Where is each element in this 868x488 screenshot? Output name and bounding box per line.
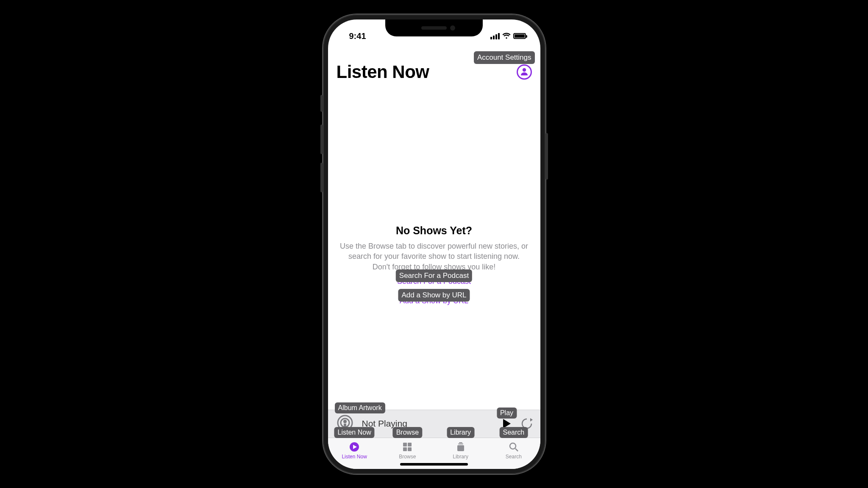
svg-rect-8 <box>408 447 412 451</box>
tooltip-play: Play <box>497 408 517 419</box>
battery-icon <box>513 33 526 39</box>
tooltip-tab-browse: Browse <box>393 427 422 438</box>
clock: 9:41 <box>349 31 366 41</box>
svg-rect-9 <box>457 445 464 451</box>
svg-rect-11 <box>459 442 462 443</box>
play-circle-icon <box>349 441 359 452</box>
screen: 9:41 Listen Now Account Settings <box>328 19 540 469</box>
now-playing-status: Not Playing <box>362 419 495 429</box>
person-circle-icon <box>519 66 529 78</box>
tooltip-add-url: Add a Show by URL <box>398 289 470 302</box>
tab-label: Search <box>506 454 522 460</box>
svg-rect-7 <box>403 447 407 451</box>
svg-point-12 <box>510 443 516 449</box>
tab-label: Listen Now <box>342 454 367 460</box>
tab-library[interactable]: Library Library <box>434 438 487 463</box>
status-icons <box>490 33 526 39</box>
svg-point-3 <box>343 420 347 423</box>
home-indicator[interactable] <box>400 463 468 466</box>
grid-icon <box>402 441 412 452</box>
tooltip-album-artwork: Album Artwork <box>335 402 385 413</box>
cellular-signal-icon <box>490 33 500 39</box>
library-icon <box>456 441 466 452</box>
search-icon <box>509 441 519 452</box>
device-frame: 9:41 Listen Now Account Settings <box>323 14 545 474</box>
page-title: Listen Now <box>337 62 429 82</box>
empty-state-title: No Shows Yet? <box>339 225 529 237</box>
tab-label: Library <box>453 454 468 460</box>
svg-line-13 <box>515 449 518 451</box>
svg-rect-6 <box>408 443 412 446</box>
tab-listen-now[interactable]: Listen Now Listen Now <box>328 438 381 463</box>
tab-browse[interactable]: Browse Browse <box>381 438 434 463</box>
tooltip-account-settings: Account Settings <box>474 51 535 64</box>
tooltip-tab-search: Search <box>500 427 528 438</box>
header: Listen Now Account Settings <box>328 62 540 82</box>
tooltip-tab-library: Library <box>447 427 474 438</box>
empty-state-body: Use the Browse tab to discover powerful … <box>339 241 529 272</box>
tooltip-search-podcast: Search For a Podcast <box>396 269 472 282</box>
tooltip-tab-listen-now: Listen Now <box>334 427 375 438</box>
svg-rect-10 <box>458 444 463 444</box>
svg-point-0 <box>522 68 526 71</box>
wifi-icon <box>502 33 511 39</box>
account-button[interactable] <box>517 64 532 80</box>
tab-search[interactable]: Search Search <box>487 438 540 463</box>
tab-label: Browse <box>399 454 416 460</box>
device-notch <box>385 19 483 36</box>
svg-rect-5 <box>403 443 407 446</box>
empty-state: No Shows Yet? Use the Browse tab to disc… <box>328 225 540 308</box>
